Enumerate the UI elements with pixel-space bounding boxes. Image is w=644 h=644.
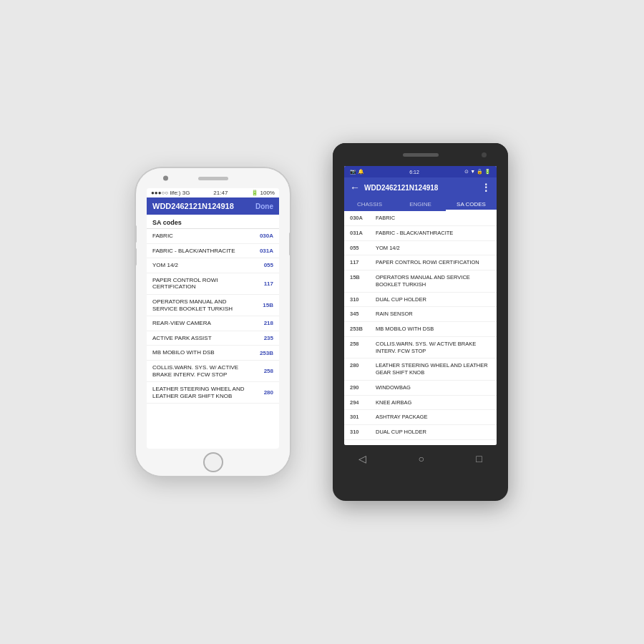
android-item-name: FABRIC bbox=[376, 215, 395, 222]
iphone-item-name: YOM 14/2 bbox=[152, 262, 178, 269]
iphone-home-button[interactable] bbox=[203, 452, 223, 472]
android-status-time: 6:12 bbox=[409, 170, 419, 175]
iphone-bottom-bar bbox=[136, 449, 290, 476]
android-item-name: LEATHER STEERING WHEEL AND LEATHER GEAR … bbox=[376, 362, 491, 376]
iphone-item-code: 253B bbox=[260, 350, 273, 356]
android-item-code: 055 bbox=[350, 245, 370, 251]
android-list-item: 345 RAIN SENSOR bbox=[344, 307, 497, 322]
android-item-code: 290 bbox=[350, 384, 370, 391]
android-list-item: 310 DUAL CUP HOLDER bbox=[344, 293, 497, 308]
android-nav-icon[interactable]: ○ bbox=[419, 453, 424, 464]
iphone-item-name: OPERATORS MANUAL AND SERVICE BOOKLET TUR… bbox=[152, 298, 245, 312]
iphone-nav-title: WDD2462121N124918 bbox=[152, 202, 234, 210]
iphone-list-item: YOM 14/2 055 bbox=[147, 258, 279, 273]
iphone-vol-down-button bbox=[136, 248, 137, 265]
android-list-item: 294 KNEE AIRBAG bbox=[344, 396, 497, 411]
android-nav-bar: ← WDD2462121N124918 ⋮ bbox=[344, 177, 497, 197]
iphone-item-name: REAR-VIEW CAMERA bbox=[152, 320, 211, 327]
iphone-section-header: SA codes bbox=[147, 215, 279, 229]
iphone-screen: ●●●○○ life:) 3G 21:47 🔋 100% WDD2462121N… bbox=[147, 188, 279, 449]
android-item-name: KNEE AIRBAG bbox=[376, 399, 411, 406]
android-speaker bbox=[403, 153, 439, 157]
android-item-name: PAPER CONTROL ROWI CERTIFICATION bbox=[376, 259, 479, 266]
android-screen: 📷 🔔 6:12 ⊙ ▼ 🔒 🔋 ← WDD2462121N124918 ⋮ C… bbox=[344, 166, 497, 445]
iphone-device: ●●●○○ life:) 3G 21:47 🔋 100% WDD2462121N… bbox=[136, 168, 290, 476]
iphone-item-code: 055 bbox=[264, 262, 273, 268]
android-list-item: 253B MB MOBILO WITH DSB bbox=[344, 322, 497, 337]
iphone-item-name: FABRIC - BLACK/ANTHRACITE bbox=[152, 248, 235, 255]
android-item-code: 345 bbox=[350, 311, 370, 317]
iphone-item-code: 117 bbox=[264, 280, 273, 287]
android-status-bar: 📷 🔔 6:12 ⊙ ▼ 🔒 🔋 bbox=[344, 166, 497, 177]
android-item-name: DUAL CUP HOLDER bbox=[376, 429, 426, 436]
iphone-list-item: REAR-VIEW CAMERA 218 bbox=[147, 316, 279, 331]
iphone-list-item: LEATHER STEERING WHEEL AND LEATHER GEAR … bbox=[147, 382, 279, 404]
android-list-item: 310 DUAL CUP HOLDER bbox=[344, 425, 497, 440]
android-nav-icon[interactable]: ◁ bbox=[358, 453, 366, 464]
iphone-item-code: 235 bbox=[264, 335, 273, 341]
android-top-bar bbox=[333, 143, 508, 166]
android-item-name: YOM 14/2 bbox=[376, 245, 400, 252]
iphone-camera bbox=[163, 176, 168, 181]
android-menu-button[interactable]: ⋮ bbox=[481, 182, 491, 193]
android-back-button[interactable]: ← bbox=[350, 182, 360, 193]
android-nav-title: WDD2462121N124918 bbox=[364, 184, 477, 192]
android-item-code: 253B bbox=[350, 326, 370, 332]
android-list-item: 290 WINDOWBAG bbox=[344, 381, 497, 396]
android-item-name: COLLIS.WARN. SYS. W/ ACTIVE BRAKE INTERV… bbox=[376, 341, 491, 355]
iphone-nav-bar: WDD2462121N124918 Done bbox=[147, 197, 279, 215]
android-item-code: 301 bbox=[350, 414, 370, 420]
iphone-vol-up-button bbox=[136, 225, 137, 243]
android-status-icons: ⊙ ▼ 🔒 🔋 bbox=[464, 169, 491, 175]
android-item-code: 280 bbox=[350, 362, 370, 369]
android-device: 📷 🔔 6:12 ⊙ ▼ 🔒 🔋 ← WDD2462121N124918 ⋮ C… bbox=[333, 143, 508, 501]
android-list-item: 055 YOM 14/2 bbox=[344, 241, 497, 256]
android-list: 030A FABRIC 031A FABRIC - BLACK/ANTHRACI… bbox=[344, 211, 497, 445]
android-item-code: 031A bbox=[350, 230, 370, 236]
android-item-name: WINDOWBAG bbox=[376, 384, 411, 391]
android-list-item: 031A FABRIC - BLACK/ANTHRACITE bbox=[344, 226, 497, 241]
android-nav-icon[interactable]: □ bbox=[476, 453, 482, 464]
android-list-item: 117 PAPER CONTROL ROWI CERTIFICATION bbox=[344, 255, 497, 270]
scene: ●●●○○ life:) 3G 21:47 🔋 100% WDD2462121N… bbox=[0, 0, 644, 644]
iphone-list-item: COLLIS.WARN. SYS. W/ ACTIVE BRAKE INTERV… bbox=[147, 361, 279, 382]
android-item-name: DUAL CUP HOLDER bbox=[376, 296, 426, 303]
iphone-item-name: COLLIS.WARN. SYS. W/ ACTIVE BRAKE INTERV… bbox=[152, 364, 245, 378]
android-item-name: OPERATORS MANUAL AND SERVICE BOOKLET TUR… bbox=[376, 274, 491, 288]
iphone-list: FABRIC 030A FABRIC - BLACK/ANTHRACITE 03… bbox=[147, 229, 279, 449]
iphone-item-name: ACTIVE PARK ASSIST bbox=[152, 335, 212, 342]
iphone-item-name: MB MOBILO WITH DSB bbox=[152, 349, 215, 356]
android-item-code: 15B bbox=[350, 274, 370, 280]
iphone-list-item: FABRIC 030A bbox=[147, 229, 279, 244]
android-list-item: 280 LEATHER STEERING WHEEL AND LEATHER G… bbox=[344, 358, 497, 381]
iphone-list-item: ACTIVE PARK ASSIST 235 bbox=[147, 331, 279, 346]
android-list-item: 301 ASHTRAY PACKAGE bbox=[344, 410, 497, 425]
iphone-item-name: FABRIC bbox=[152, 233, 173, 240]
iphone-battery: 🔋 100% bbox=[251, 190, 275, 196]
android-list-item: 030A FABRIC bbox=[344, 211, 497, 226]
iphone-item-name: LEATHER STEERING WHEEL AND LEATHER GEAR … bbox=[152, 386, 245, 399]
android-item-code: 310 bbox=[350, 296, 370, 303]
iphone-list-item: MB MOBILO WITH DSB 253B bbox=[147, 346, 279, 361]
android-camera bbox=[482, 152, 487, 157]
iphone-done-button[interactable]: Done bbox=[255, 203, 273, 210]
iphone-list-item: OPERATORS MANUAL AND SERVICE BOOKLET TUR… bbox=[147, 295, 279, 316]
android-tab-sa-codes[interactable]: SA CODES bbox=[446, 197, 497, 211]
android-item-name: FABRIC - BLACK/ANTHRACITE bbox=[376, 230, 453, 237]
android-tab-engine[interactable]: ENGINE bbox=[395, 197, 446, 211]
android-tabs: CHASSISENGINESA CODES bbox=[344, 197, 497, 211]
android-item-name: MB MOBILO WITH DSB bbox=[376, 326, 434, 333]
android-list-item: 15B OPERATORS MANUAL AND SERVICE BOOKLET… bbox=[344, 270, 497, 293]
android-item-code: 030A bbox=[350, 215, 370, 221]
iphone-item-code: 030A bbox=[260, 233, 273, 239]
android-item-code: 310 bbox=[350, 429, 370, 435]
iphone-item-code: 258 bbox=[264, 368, 273, 374]
android-bottom-nav: ◁○□ bbox=[333, 445, 508, 472]
iphone-speaker bbox=[198, 177, 228, 180]
android-item-code: 258 bbox=[350, 341, 370, 347]
android-item-code: 294 bbox=[350, 399, 370, 406]
iphone-item-name: PAPER CONTROL ROWI CERTIFICATION bbox=[152, 277, 245, 291]
iphone-item-code: 15B bbox=[263, 302, 273, 308]
android-tab-chassis[interactable]: CHASSIS bbox=[344, 197, 395, 211]
android-item-name: ASHTRAY PACKAGE bbox=[376, 414, 428, 421]
